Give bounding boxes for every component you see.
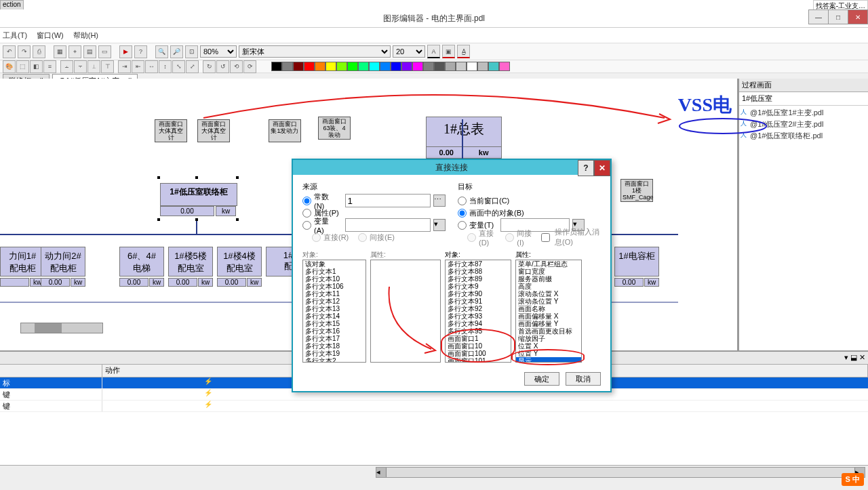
color-swatch[interactable]	[315, 62, 326, 71]
list-item[interactable]: 多行文本10	[303, 275, 366, 283]
textcolor-icon[interactable]: A	[427, 45, 440, 58]
grid-icon[interactable]: ▦	[54, 45, 66, 58]
canvas-hscroll[interactable]	[20, 323, 103, 333]
color-swatch[interactable]	[456, 62, 467, 71]
zoomout-icon[interactable]: 🔎	[170, 45, 183, 58]
list-item[interactable]: 画面窗口1	[446, 335, 511, 342]
tgt-object-list[interactable]: 多行文本87多行文本88多行文本89多行文本9多行文本90多行文本91多行文本9…	[445, 260, 511, 363]
list-item[interactable]: 显示	[516, 357, 581, 363]
fillcolor-icon[interactable]: ▣	[442, 45, 455, 58]
list-item[interactable]: 多行文本11	[303, 290, 366, 298]
list-item[interactable]: 服务器前缀	[516, 275, 581, 283]
al4-icon[interactable]: ⊤	[101, 60, 114, 73]
menu-tools[interactable]: 工具(T)	[3, 30, 27, 41]
tree-item[interactable]: @1#低压室2#主变.pdl	[741, 119, 867, 130]
run-icon[interactable]: ▶	[119, 45, 132, 58]
picture-window-box[interactable]: 画面窗口大体真空计	[155, 119, 187, 142]
list-item[interactable]: 多行文本89	[446, 275, 511, 283]
color-swatch[interactable]	[358, 62, 369, 71]
linecolor-icon[interactable]: A̲	[457, 45, 470, 58]
dialog-help-button[interactable]: ?	[578, 160, 594, 176]
menu-window[interactable]: 窗口(W)	[37, 30, 64, 41]
list-item[interactable]: 画面窗口101	[446, 357, 511, 363]
al2-icon[interactable]: ⫟	[74, 60, 87, 73]
list-item[interactable]: 画面偏移量 Y	[516, 320, 581, 327]
layout2-icon[interactable]: ▭	[98, 45, 111, 58]
list-item[interactable]: 多行文本16	[303, 327, 366, 335]
t3-icon[interactable]: ◧	[30, 60, 43, 73]
picture-window-box[interactable]: 画面窗口集1发动力	[269, 119, 301, 142]
list-item[interactable]: 多行文本93	[446, 312, 511, 320]
radio-var[interactable]	[302, 221, 311, 230]
event-row[interactable]: 键⚡	[0, 401, 868, 412]
list-item[interactable]: 该对象	[303, 260, 366, 268]
link-cabinet-title[interactable]: 1#低压室联络柜	[160, 183, 237, 206]
color-swatch[interactable]	[499, 62, 510, 71]
d5-icon[interactable]: ⤡	[172, 60, 185, 73]
color-swatch[interactable]	[445, 62, 456, 71]
d4-icon[interactable]: ↕	[159, 60, 172, 73]
list-item[interactable]: 多行文本87	[446, 260, 511, 268]
list-item[interactable]: 多行文本94	[446, 320, 511, 327]
list-item[interactable]: 位置 X	[516, 342, 581, 350]
color-swatch[interactable]	[336, 62, 347, 71]
al3-icon[interactable]: ⟂	[87, 60, 100, 73]
ok-button[interactable]: 确定	[524, 372, 559, 386]
list-item[interactable]: 多行文本2	[303, 357, 366, 363]
color-swatch[interactable]	[423, 62, 434, 71]
src-attr-list[interactable]	[370, 260, 441, 363]
color-swatch[interactable]	[477, 62, 488, 71]
src-object-list[interactable]: 该对象多行文本1多行文本10多行文本106多行文本11多行文本12多行文本13多…	[302, 260, 366, 363]
color-swatch[interactable]	[282, 62, 293, 71]
list-item[interactable]: 多行文本9	[446, 283, 511, 290]
list-item[interactable]: 画面偏移量 X	[516, 312, 581, 320]
close-button[interactable]: ✕	[848, 9, 868, 24]
d2-icon[interactable]: ⇤	[132, 60, 144, 73]
zoom-select[interactable]: 80%	[200, 45, 237, 58]
fontsize-select[interactable]: 20	[393, 45, 425, 58]
r4-icon[interactable]: ⟳	[243, 60, 256, 73]
color-swatch[interactable]	[434, 62, 445, 71]
color-swatch[interactable]	[293, 62, 304, 71]
list-item[interactable]: 多行文本1	[303, 268, 366, 275]
list-item[interactable]: 位置 Y	[516, 350, 581, 357]
radio-prop[interactable]	[302, 209, 311, 218]
color-swatch[interactable]	[412, 62, 423, 71]
dialog-title[interactable]: 直接连接 ? ✕	[293, 160, 610, 175]
color-swatch[interactable]	[347, 62, 358, 71]
chk-opmsg[interactable]	[541, 233, 550, 242]
r1-icon[interactable]: ↻	[203, 60, 216, 73]
r3-icon[interactable]: ⟲	[230, 60, 243, 73]
color-swatch[interactable]	[304, 62, 315, 71]
list-item[interactable]: 多行文本19	[303, 350, 366, 357]
list-item[interactable]: 多行文本91	[446, 298, 511, 305]
undo-icon[interactable]: ↶	[3, 45, 16, 58]
list-item[interactable]: 多行文本15	[303, 320, 366, 327]
color-swatch[interactable]	[467, 62, 477, 71]
list-item[interactable]: 画面窗口100	[446, 350, 511, 357]
d1-icon[interactable]: ⇥	[118, 60, 131, 73]
color-swatch[interactable]	[488, 62, 499, 71]
zoomfit-icon[interactable]: ⊡	[185, 45, 198, 58]
list-item[interactable]: 缩放因子	[516, 335, 581, 342]
list-item[interactable]: 多行文本17	[303, 335, 366, 342]
list-item[interactable]: 画面名称	[516, 305, 581, 312]
var-input[interactable]	[345, 218, 431, 232]
status-hscroll[interactable]: ▸ ◂	[376, 467, 865, 478]
list-item[interactable]: 多行文本18	[303, 342, 366, 350]
minimize-button[interactable]: —	[808, 9, 829, 24]
font-select[interactable]: 新宋体	[239, 45, 391, 58]
color-swatch[interactable]	[326, 62, 336, 71]
tree-item[interactable]: @1#低压室联络柜.pdl	[741, 130, 867, 142]
panel-pin-icon[interactable]: ▾ ⬓ ✕	[844, 353, 865, 361]
radio-curwin[interactable]	[458, 197, 467, 205]
cancel-button[interactable]: 取消	[566, 372, 601, 386]
events-col-0[interactable]	[0, 365, 102, 377]
list-item[interactable]: 首选画面更改目标	[516, 327, 581, 335]
color-swatch[interactable]	[380, 62, 391, 71]
list-item[interactable]: 高度	[516, 283, 581, 290]
picture-window-box[interactable]: 画面窗口大体真空计	[197, 119, 230, 142]
tgt-attr-list[interactable]: 菜单/工具栏组态窗口宽度服务器前缀高度滚动条位置 X滚动条位置 Y画面名称画面偏…	[515, 260, 582, 363]
redo-icon[interactable]: ↷	[18, 45, 31, 58]
const-input[interactable]	[345, 194, 431, 207]
